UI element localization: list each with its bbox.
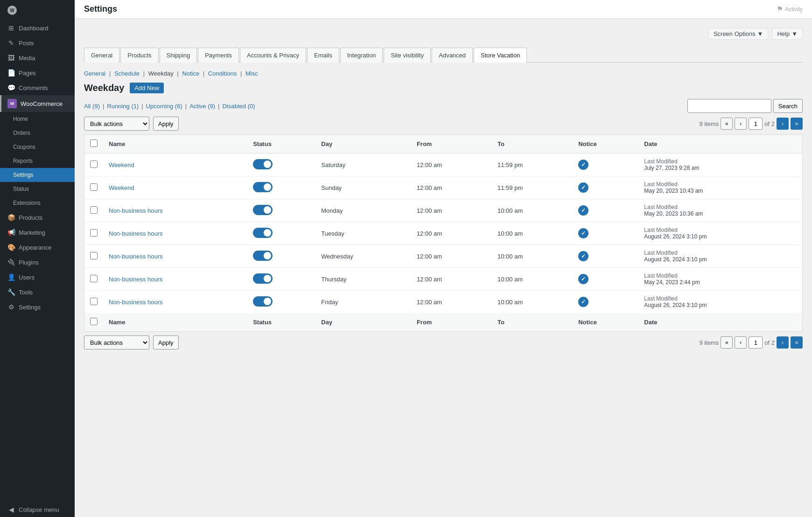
tab-emails[interactable]: Emails [307, 48, 339, 63]
row-status-toggle[interactable] [253, 251, 273, 261]
filter-running[interactable]: Running (1) [107, 103, 139, 110]
search-input[interactable] [687, 99, 771, 113]
top-first-page-button[interactable]: « [721, 118, 733, 130]
sidebar-item-pages[interactable]: 📄 Pages [0, 65, 75, 80]
sidebar-item-coupons[interactable]: Coupons [0, 140, 75, 154]
row-status-toggle[interactable] [253, 205, 273, 215]
select-all-footer-checkbox[interactable] [90, 318, 98, 325]
sidebar-item-dashboard[interactable]: ⊞ Dashboard [0, 21, 75, 35]
sidebar-item-woocommerce[interactable]: W WooCommerce [0, 95, 75, 112]
row-from-cell: 12:00 am [411, 245, 492, 268]
sidebar-item-comments[interactable]: 💬 Comments [0, 80, 75, 95]
row-name-link[interactable]: Weekend [109, 161, 134, 168]
tab-general[interactable]: General [84, 48, 119, 63]
filter-disabled[interactable]: Disabled (0) [222, 103, 255, 110]
sidebar-item-products[interactable]: 📦 Products [0, 210, 75, 225]
row-status-toggle[interactable] [253, 228, 273, 238]
bottom-page-of: of 2 [764, 339, 775, 346]
bottom-apply-button[interactable]: Apply [153, 335, 179, 349]
row-date-cell: Last Modified May 20, 2023 10:36 am [638, 199, 802, 222]
search-button[interactable]: Search [773, 99, 803, 113]
sidebar-item-orders[interactable]: Orders [0, 126, 75, 140]
add-new-button[interactable]: Add New [130, 83, 164, 93]
top-apply-button[interactable]: Apply [153, 117, 179, 131]
sidebar-item-media[interactable]: 🖼 Media [0, 50, 75, 65]
row-name-cell: Non-business hours [103, 222, 247, 245]
bottom-prev-page-button[interactable]: ‹ [735, 336, 747, 349]
row-name-link[interactable]: Non-business hours [109, 230, 163, 237]
breadcrumb-conditions[interactable]: Conditions [208, 70, 237, 77]
row-date-label: Last Modified [644, 272, 797, 279]
tab-advanced[interactable]: Advanced [432, 48, 473, 63]
sidebar-item-extensions[interactable]: Extensions [0, 196, 75, 210]
breadcrumb-schedule[interactable]: Schedule [114, 70, 140, 77]
row-name-link[interactable]: Non-business hours [109, 276, 163, 283]
sidebar-item-marketing[interactable]: 📢 Marketing [0, 225, 75, 240]
bottom-last-page-button[interactable]: » [791, 336, 803, 349]
row-name-link[interactable]: Non-business hours [109, 253, 163, 260]
sidebar-item-posts[interactable]: ✎ Posts [0, 35, 75, 50]
sidebar-item-appearance[interactable]: 🎨 Appearance [0, 240, 75, 255]
top-last-page-button[interactable]: » [791, 118, 803, 130]
row-name-link[interactable]: Non-business hours [109, 207, 163, 214]
activity-button[interactable]: ⚑ Activity [777, 5, 803, 14]
row-status-toggle[interactable] [253, 159, 273, 169]
breadcrumb-general[interactable]: General [84, 70, 105, 77]
row-checkbox[interactable] [90, 275, 98, 282]
bottom-page-current-input[interactable] [749, 336, 763, 349]
sidebar-item-users[interactable]: 👤 Users [0, 270, 75, 285]
sidebar-item-label: Collapse menu [19, 506, 59, 513]
row-status-toggle[interactable] [253, 296, 273, 307]
sidebar-item-reports[interactable]: Reports [0, 154, 75, 168]
row-checkbox[interactable] [90, 183, 98, 191]
bottom-first-page-button[interactable]: « [721, 336, 733, 349]
top-bulk-select[interactable]: Bulk actions [84, 117, 149, 131]
row-date-value: May 20, 2023 10:43 am [644, 188, 797, 194]
row-notice-cell: ✓ [573, 291, 638, 314]
bottom-next-page-button[interactable]: › [777, 336, 789, 349]
row-date-cell: Last Modified July 27, 2023 9:28 am [638, 154, 802, 176]
filter-all[interactable]: All (9) [84, 103, 100, 110]
row-name-link[interactable]: Non-business hours [109, 299, 163, 306]
tab-site-visibility[interactable]: Site visibility [384, 48, 431, 63]
data-table: Name Status Day From To Notice Date Week… [84, 134, 803, 332]
row-checkbox[interactable] [90, 206, 98, 214]
breadcrumb-notice[interactable]: Notice [182, 70, 199, 77]
tab-payments[interactable]: Payments [198, 48, 239, 63]
sidebar-item-tools[interactable]: 🔧 Tools [0, 285, 75, 300]
breadcrumb-misc[interactable]: Misc [245, 70, 258, 77]
footer-notice: Notice [573, 313, 638, 332]
row-checkbox[interactable] [90, 252, 98, 259]
top-prev-page-button[interactable]: ‹ [735, 118, 747, 130]
bottom-bulk-select[interactable]: Bulk actions [84, 335, 149, 349]
header-day: Day [315, 135, 411, 154]
screen-options-button[interactable]: Screen Options ▼ [708, 28, 768, 40]
sidebar-item-home[interactable]: Home [0, 112, 75, 126]
wp-logo-icon: W [7, 6, 17, 15]
help-button[interactable]: Help ▼ [772, 28, 803, 40]
row-date-cell: Last Modified August 26, 2024 3:10 pm [638, 222, 802, 245]
filter-upcoming[interactable]: Upcoming (6) [146, 103, 182, 110]
top-page-current-input[interactable] [749, 118, 763, 130]
tab-integration[interactable]: Integration [340, 48, 383, 63]
sidebar-item-label: Settings [19, 304, 41, 311]
row-status-toggle[interactable] [253, 273, 273, 284]
row-checkbox[interactable] [90, 298, 98, 305]
sidebar-item-collapse[interactable]: ◀ Collapse menu [0, 502, 75, 517]
sidebar-item-status[interactable]: Status [0, 182, 75, 196]
filter-active[interactable]: Active (9) [189, 103, 215, 110]
tab-store-vacation[interactable]: Store Vacation [474, 48, 527, 63]
row-to-cell: 10:00 am [492, 291, 573, 314]
select-all-checkbox[interactable] [90, 140, 98, 147]
top-next-page-button[interactable]: › [777, 118, 789, 130]
row-checkbox[interactable] [90, 161, 98, 168]
row-name-link[interactable]: Weekend [109, 184, 134, 191]
sidebar-item-settings2[interactable]: ⚙ Settings [0, 300, 75, 314]
row-checkbox[interactable] [90, 229, 98, 237]
tab-products[interactable]: Products [120, 48, 158, 63]
row-status-toggle[interactable] [253, 182, 273, 192]
sidebar-item-plugins[interactable]: 🔌 Plugins [0, 255, 75, 270]
sidebar-item-settings[interactable]: Settings [0, 168, 75, 182]
tab-accounts-privacy[interactable]: Accounts & Privacy [240, 48, 306, 63]
tab-shipping[interactable]: Shipping [160, 48, 197, 63]
